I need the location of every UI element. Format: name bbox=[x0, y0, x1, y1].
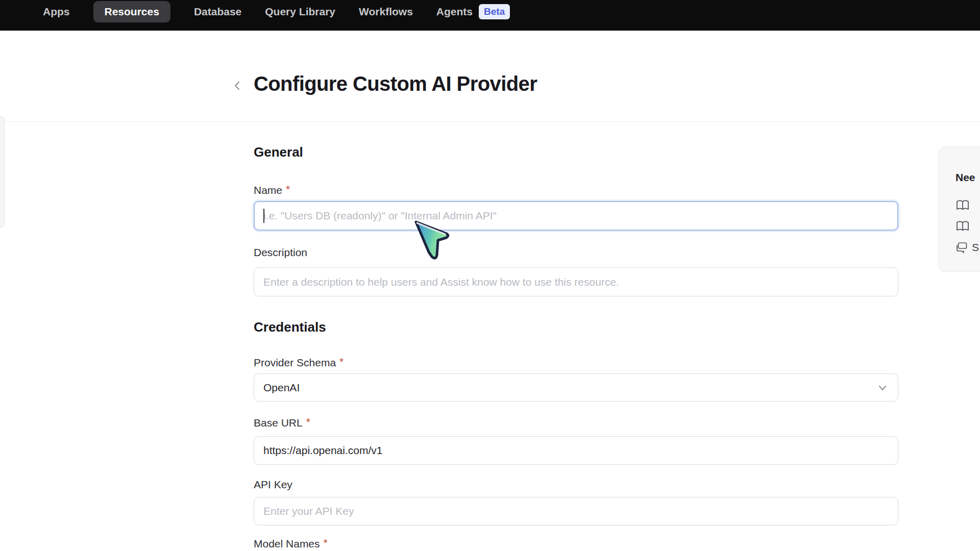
chevron-down-icon bbox=[876, 382, 889, 394]
base-url-input[interactable] bbox=[254, 436, 898, 465]
left-panel-fragment bbox=[0, 116, 5, 228]
provider-schema-label: Provider Schema* bbox=[254, 357, 344, 369]
name-label: Name* bbox=[254, 184, 290, 196]
help-panel: Nee S bbox=[938, 146, 980, 272]
api-key-label: API Key bbox=[254, 479, 292, 491]
help-link-label: S bbox=[972, 241, 979, 254]
base-url-label-text: Base URL bbox=[254, 417, 303, 429]
required-asterisk: * bbox=[339, 356, 344, 367]
provider-schema-label-text: Provider Schema bbox=[254, 357, 336, 368]
api-key-field-wrapper bbox=[254, 497, 898, 525]
help-links: S bbox=[955, 199, 980, 254]
base-url-label: Base URL* bbox=[254, 417, 310, 429]
book-icon bbox=[955, 199, 970, 212]
api-key-input[interactable] bbox=[254, 497, 898, 525]
name-field-wrapper bbox=[254, 201, 898, 231]
required-asterisk: * bbox=[286, 183, 290, 195]
nav-item-resources[interactable]: Resources bbox=[93, 1, 170, 22]
required-asterisk: * bbox=[324, 537, 328, 548]
text-caret bbox=[263, 209, 264, 223]
model-names-label-text: Model Names bbox=[254, 538, 320, 549]
book-icon bbox=[955, 220, 970, 233]
help-panel-heading: Nee bbox=[955, 171, 980, 184]
description-input[interactable] bbox=[254, 267, 898, 296]
help-link-docs-2[interactable] bbox=[955, 220, 980, 233]
chat-icon bbox=[955, 242, 968, 253]
provider-schema-select[interactable]: OpenAI bbox=[254, 373, 898, 402]
provider-schema-value: OpenAI bbox=[263, 382, 300, 394]
section-heading-credentials: Credentials bbox=[254, 319, 326, 335]
configure-provider-page: Apps Resources Database Query Library Wo… bbox=[0, 0, 980, 551]
section-heading-general: General bbox=[254, 144, 303, 160]
model-names-label: Model Names* bbox=[254, 538, 328, 550]
required-asterisk: * bbox=[306, 416, 310, 428]
chevron-left-icon bbox=[231, 80, 243, 92]
help-link-support[interactable]: S bbox=[955, 241, 980, 254]
name-input[interactable] bbox=[254, 201, 898, 231]
provider-form: General Name* Description Credentials Pr… bbox=[254, 0, 898, 551]
back-button[interactable] bbox=[228, 77, 247, 95]
nav-item-apps[interactable]: Apps bbox=[43, 6, 70, 18]
nav-item-database[interactable]: Database bbox=[194, 6, 241, 18]
base-url-field-wrapper bbox=[254, 436, 898, 465]
description-field-wrapper bbox=[254, 267, 898, 296]
name-label-text: Name bbox=[254, 184, 282, 196]
help-link-docs-1[interactable] bbox=[955, 199, 980, 212]
description-label: Description bbox=[254, 246, 307, 259]
